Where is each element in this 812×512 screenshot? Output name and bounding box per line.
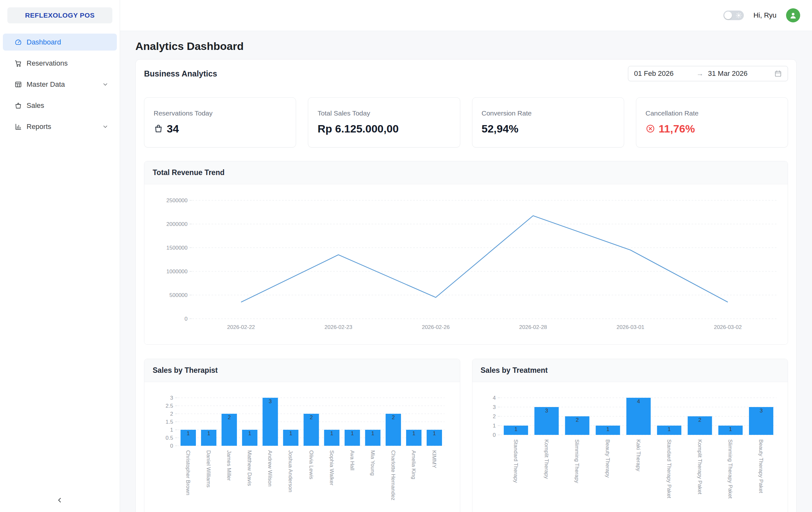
top-bar: Hi, Ryu — [120, 0, 812, 31]
svg-text:KIMMY: KIMMY — [431, 450, 437, 468]
svg-text:4: 4 — [637, 398, 640, 404]
svg-text:3: 3 — [493, 404, 495, 410]
date-range-picker[interactable]: 01 Feb 2026 → 31 Mar 2026 — [628, 66, 788, 81]
svg-text:Olivia Lewis: Olivia Lewis — [308, 450, 314, 479]
svg-text:1: 1 — [371, 430, 374, 436]
panel-title: Total Revenue Trend — [144, 161, 788, 184]
therapist-chart: 00.511.522.531Christopher Brown1Daniel W… — [144, 382, 460, 512]
svg-text:1: 1 — [729, 426, 732, 432]
svg-text:Kaki Therapy: Kaki Therapy — [635, 439, 641, 471]
svg-text:1: 1 — [493, 423, 495, 429]
stat-value-text: 34 — [167, 122, 179, 135]
stat-card-total-sales-today: Total Sales Today Rp 6.125.000,00 — [308, 97, 460, 148]
cart-icon — [14, 60, 22, 67]
shopping-bag-icon — [14, 102, 22, 110]
stat-value-text: 52,94% — [482, 122, 519, 135]
stat-value-text: 11,76% — [659, 122, 695, 135]
svg-text:Charlotte Hernandez: Charlotte Hernandez — [390, 450, 396, 501]
revenue-trend-chart: 050000010000001500000200000025000002026-… — [144, 184, 788, 344]
date-start[interactable]: 01 Feb 2026 — [634, 69, 696, 78]
app-logo-text: REFLEXOLOGY POS — [25, 11, 94, 19]
svg-text:Beauty Therapy Paket: Beauty Therapy Paket — [758, 439, 764, 493]
svg-text:1: 1 — [433, 430, 436, 436]
card-title: Business Analytics — [144, 69, 217, 79]
treatment-chart: 012341Standard Therapy3Komplit Therapy2S… — [472, 382, 788, 512]
svg-text:2026-02-28: 2026-02-28 — [519, 324, 547, 330]
calendar-icon — [774, 70, 782, 78]
svg-text:2: 2 — [310, 414, 313, 420]
svg-text:2: 2 — [228, 414, 230, 420]
svg-text:Amelia King: Amelia King — [411, 450, 417, 479]
svg-text:4: 4 — [493, 395, 495, 401]
sales-by-therapist-panel: Sales by Therapist 00.511.522.531Christo… — [144, 359, 460, 512]
svg-text:0.5: 0.5 — [166, 435, 173, 441]
sidebar-item-reservations[interactable]: Reservations — [3, 55, 117, 72]
svg-text:2026-02-22: 2026-02-22 — [227, 324, 255, 330]
svg-text:1: 1 — [668, 426, 670, 432]
page-title: Analytics Dashboard — [135, 39, 796, 53]
svg-text:Komplit Therapy Paket: Komplit Therapy Paket — [696, 439, 702, 494]
sidebar-item-dashboard[interactable]: Dashboard — [3, 34, 117, 51]
svg-text:Daniel Williams: Daniel Williams — [205, 450, 211, 487]
stat-card-reservations-today: Reservations Today 34 — [144, 97, 296, 148]
svg-text:2026-02-26: 2026-02-26 — [422, 324, 450, 330]
panel-title: Sales by Treatment — [472, 359, 788, 382]
app-logo: REFLEXOLOGY POS — [7, 7, 112, 23]
stats-row: Reservations Today 34 Total Sales Today … — [144, 97, 788, 148]
arrow-right-icon: → — [696, 69, 703, 78]
bottom-charts-row: Sales by Therapist 00.511.522.531Christo… — [144, 359, 788, 512]
cancel-circle-icon — [645, 124, 655, 133]
svg-text:3: 3 — [545, 408, 548, 414]
svg-text:1: 1 — [514, 426, 517, 432]
svg-text:Matthew Davis: Matthew Davis — [246, 450, 253, 486]
svg-text:2026-03-02: 2026-03-02 — [714, 324, 742, 330]
svg-text:Ava Hall: Ava Hall — [349, 450, 355, 471]
stat-label: Cancellation Rate — [645, 110, 778, 117]
date-end[interactable]: 31 Mar 2026 — [703, 69, 771, 78]
stat-label: Reservations Today — [154, 110, 286, 117]
stat-label: Conversion Rate — [482, 110, 614, 117]
sidebar-item-sales[interactable]: Sales — [3, 97, 117, 114]
sidebar-nav: Dashboard Reservations Master Data Sales — [0, 34, 120, 135]
svg-text:2: 2 — [392, 414, 395, 420]
svg-text:Standard Therapy: Standard Therapy — [513, 439, 519, 483]
stat-value: 52,94% — [482, 122, 614, 135]
svg-text:2: 2 — [576, 417, 578, 423]
table-icon — [14, 81, 22, 88]
svg-text:2.5: 2.5 — [166, 403, 173, 409]
card-header: Business Analytics 01 Feb 2026 → 31 Mar … — [144, 66, 788, 81]
sidebar-item-label: Dashboard — [27, 38, 61, 47]
svg-text:1: 1 — [289, 430, 292, 436]
svg-text:1000000: 1000000 — [167, 269, 187, 275]
stat-label: Total Sales Today — [318, 110, 450, 117]
user-icon — [789, 11, 797, 20]
bar-chart-icon — [14, 123, 22, 130]
chevron-down-icon — [102, 81, 109, 88]
svg-text:2: 2 — [493, 414, 495, 420]
stat-value-text: Rp 6.125.000,00 — [318, 122, 399, 135]
theme-toggle[interactable] — [723, 10, 744, 20]
user-greeting: Hi, Ryu — [753, 11, 777, 20]
stat-value: 34 — [154, 122, 286, 135]
avatar[interactable] — [786, 8, 800, 22]
svg-text:Standard Therapy Paket: Standard Therapy Paket — [666, 439, 672, 498]
collapse-sidebar-button[interactable] — [53, 493, 67, 508]
svg-text:1: 1 — [249, 430, 251, 436]
stat-value: 11,76% — [645, 122, 778, 135]
sidebar-item-master-data[interactable]: Master Data — [3, 76, 117, 93]
sidebar-item-reports[interactable]: Reports — [3, 118, 117, 135]
svg-text:3: 3 — [269, 398, 272, 404]
svg-text:3: 3 — [170, 395, 173, 401]
svg-text:2000000: 2000000 — [167, 221, 187, 227]
svg-text:1: 1 — [207, 430, 210, 436]
svg-text:James Miller: James Miller — [226, 450, 232, 481]
svg-text:Sophia Walker: Sophia Walker — [329, 450, 335, 485]
stat-card-cancellation-rate: Cancellation Rate 11,76% — [636, 97, 788, 148]
svg-text:Beauty Therapy: Beauty Therapy — [605, 439, 611, 478]
panel-title: Sales by Therapist — [144, 359, 460, 382]
svg-text:3: 3 — [759, 408, 762, 414]
stat-card-conversion-rate: Conversion Rate 52,94% — [472, 97, 624, 148]
toggle-knob — [724, 11, 732, 19]
svg-text:0: 0 — [493, 432, 495, 438]
revenue-trend-panel: Total Revenue Trend 05000001000000150000… — [144, 161, 788, 344]
